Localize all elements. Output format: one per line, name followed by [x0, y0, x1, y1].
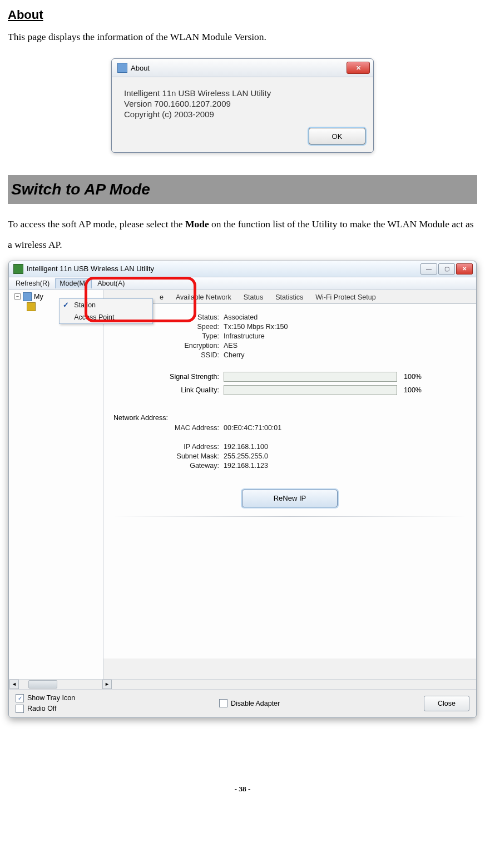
- signal-label: Signal Strength:: [113, 373, 224, 381]
- scroll-left-icon[interactable]: ◄: [9, 680, 19, 689]
- check-icon: ✓: [63, 301, 69, 309]
- mode-dropdown: ✓ Station Access Point: [59, 298, 153, 324]
- checkbox-icon: [16, 705, 24, 713]
- general-tab-content: Status:Associated Speed:Tx:150 Mbps Rx:1…: [103, 304, 476, 659]
- disable-adapter-checkbox[interactable]: Disable Adapter: [219, 699, 280, 707]
- network-address-section: Network Address: MAC Address:00:E0:4C:71…: [113, 414, 466, 470]
- mac-label: MAC Address:: [113, 424, 224, 432]
- ip-value: 192.168.1.100: [224, 443, 268, 451]
- app-icon: [117, 63, 127, 73]
- mode-station-label: Station: [74, 301, 96, 309]
- signal-value: 100%: [404, 373, 422, 381]
- about-intro-text: This page displays the information of th…: [8, 31, 477, 43]
- gateway-label: Gateway:: [113, 462, 224, 470]
- close-button[interactable]: Close: [424, 696, 469, 711]
- utility-title: Intelligent 11n USB Wireless LAN Utility: [27, 265, 420, 273]
- minimize-icon[interactable]: —: [420, 263, 437, 275]
- disable-adapter-label: Disable Adapter: [231, 700, 280, 707]
- app-icon: [13, 264, 23, 274]
- renew-ip-button[interactable]: ReNew IP: [242, 490, 338, 507]
- window-controls: — ▢ ✕: [420, 263, 473, 275]
- radio-off-label: Radio Off: [27, 705, 57, 712]
- ip-label: IP Address:: [113, 443, 224, 451]
- type-value: Infrastructure: [224, 332, 265, 340]
- tab-statistics[interactable]: Statistics: [269, 291, 309, 303]
- tree-pane: − My: [9, 290, 103, 679]
- checkbox-icon: [219, 699, 227, 707]
- about-line2: Version 700.1600.1207.2009: [124, 99, 361, 108]
- bottom-bar: ✓Show Tray Icon Radio Off Disable Adapte…: [9, 689, 476, 717]
- link-quality-row: Link Quality: 100%: [113, 385, 466, 395]
- link-value: 100%: [404, 386, 422, 394]
- switch-ap-heading: Switch to AP Mode: [8, 175, 477, 204]
- page-number: - 38 -: [8, 785, 477, 794]
- tab-status[interactable]: Status: [237, 291, 269, 303]
- about-dialog-body: Intelligent 11n USB Wireless LAN Utility…: [112, 77, 373, 128]
- status-value: Associated: [224, 313, 258, 321]
- switch-ap-paragraph: To access the soft AP mode, please selec…: [8, 214, 477, 255]
- link-bar: [224, 385, 397, 395]
- radio-off-checkbox[interactable]: Radio Off: [16, 705, 75, 713]
- utility-titlebar: Intelligent 11n USB Wireless LAN Utility…: [9, 261, 476, 277]
- about-line3: Copyright (c) 2003-2009: [124, 109, 361, 119]
- para-pre: To access the soft AP mode, please selec…: [8, 218, 185, 230]
- gateway-value: 192.168.1.123: [224, 462, 268, 470]
- signal-strength-row: Signal Strength: 100%: [113, 372, 466, 382]
- mode-station-item[interactable]: ✓ Station: [60, 299, 152, 311]
- ssid-value: Cherry: [224, 351, 245, 359]
- utility-window: Intelligent 11n USB Wireless LAN Utility…: [8, 261, 477, 718]
- tab-wps[interactable]: Wi-Fi Protect Setup: [309, 291, 382, 303]
- signal-bar: [224, 372, 397, 382]
- ok-button[interactable]: OK: [309, 128, 365, 144]
- mode-ap-item[interactable]: Access Point: [60, 311, 152, 323]
- type-label: Type:: [113, 332, 224, 340]
- menu-mode-label: Mode(M): [60, 280, 87, 287]
- speed-value: Tx:150 Mbps Rx:150: [224, 323, 288, 331]
- tab-general-partial[interactable]: e: [156, 291, 170, 303]
- para-bold: Mode: [185, 218, 209, 230]
- menu-mode[interactable]: Mode(M) ✓ Station Access Point: [55, 278, 92, 288]
- tab-strip: e Available Network Status Statistics Wi…: [103, 290, 476, 304]
- menu-refresh[interactable]: Refresh(R): [11, 278, 54, 288]
- speed-label: Speed:: [113, 323, 224, 331]
- about-heading: About: [8, 8, 477, 22]
- adapter-icon: [27, 302, 36, 311]
- about-dialog: About ✕ Intelligent 11n USB Wireless LAN…: [111, 58, 374, 153]
- about-dialog-title: About: [131, 64, 347, 72]
- scroll-thumb[interactable]: [28, 680, 57, 689]
- encryption-value: AES: [224, 342, 237, 350]
- tab-available-network[interactable]: Available Network: [170, 291, 237, 303]
- close-icon[interactable]: ✕: [347, 62, 370, 74]
- about-dialog-titlebar: About ✕: [112, 59, 373, 77]
- link-label: Link Quality:: [113, 386, 224, 394]
- ssid-label: SSID:: [113, 351, 224, 359]
- horizontal-scrollbar[interactable]: ◄ ►: [9, 679, 476, 689]
- maximize-icon[interactable]: ▢: [438, 263, 455, 275]
- about-line1: Intelligent 11n USB Wireless LAN Utility: [124, 88, 361, 98]
- mode-ap-label: Access Point: [74, 313, 114, 321]
- menu-bar: Refresh(R) Mode(M) ✓ Station Access Poin…: [9, 277, 476, 290]
- show-tray-checkbox[interactable]: ✓Show Tray Icon: [16, 694, 75, 702]
- network-address-heading: Network Address:: [113, 414, 466, 422]
- separator: [113, 516, 466, 517]
- tree-root-label: My: [34, 293, 43, 301]
- mask-label: Subnet Mask:: [113, 452, 224, 460]
- scroll-right-icon[interactable]: ►: [102, 680, 112, 689]
- main-pane: e Available Network Status Statistics Wi…: [103, 290, 476, 679]
- mask-value: 255.255.255.0: [224, 452, 268, 460]
- computer-icon: [23, 292, 32, 301]
- close-icon[interactable]: ✕: [456, 263, 473, 275]
- show-tray-label: Show Tray Icon: [27, 694, 75, 702]
- tree-collapse-icon[interactable]: −: [14, 293, 21, 300]
- mac-value: 00:E0:4C:71:00:01: [224, 424, 281, 432]
- checkbox-icon: ✓: [16, 694, 24, 702]
- menu-about[interactable]: About(A): [93, 278, 129, 288]
- encryption-label: Encryption:: [113, 342, 224, 350]
